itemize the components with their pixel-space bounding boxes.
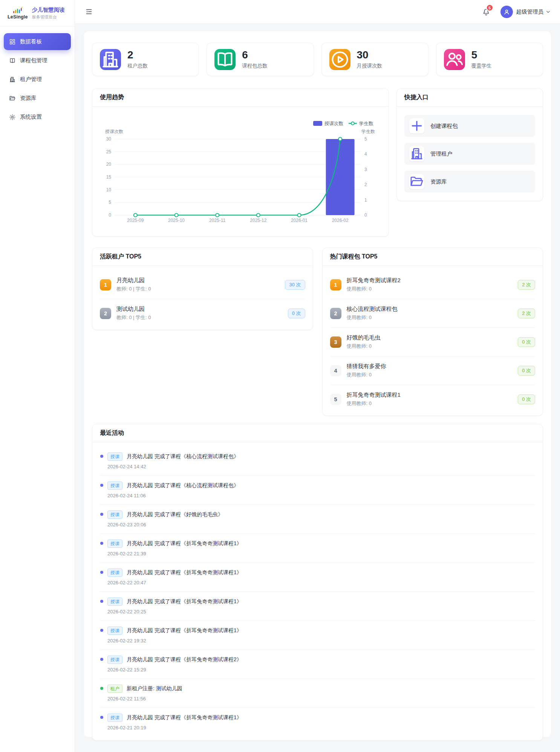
line-marker: [257, 214, 260, 217]
logo-area: LeSingle 少儿智慧阅读 服务管理后台: [0, 0, 75, 26]
rank-badge: 3: [330, 336, 341, 348]
rank-badge: 1: [100, 279, 111, 290]
activity-tag: 授课: [107, 656, 122, 664]
activity-tag: 授课: [107, 540, 122, 548]
right-axis-tick: 4: [364, 151, 367, 157]
chevron-down-icon[interactable]: [545, 9, 551, 15]
legend-label[interactable]: 学生数: [359, 121, 373, 126]
x-axis-label: 2026-01: [291, 218, 308, 223]
activity-dot-icon: [100, 629, 103, 632]
collapse-sidebar-icon[interactable]: [85, 8, 93, 16]
activity-item: 授课月亮幼儿园 完成了课程《核心流程测试课程包》2026-02-24 14:42: [100, 447, 535, 476]
activity-text: 月亮幼儿园 完成了课程《折耳兔奇奇测试课程1》: [127, 627, 242, 634]
count-badge: 0 次: [518, 366, 535, 376]
activity-tag: 授课: [107, 511, 122, 519]
activity-item: 租户新租户注册: 测试幼儿园2026-02-22 11:56: [100, 679, 535, 708]
legend-line-marker[interactable]: [351, 122, 354, 125]
right-axis-name: 学生数: [361, 129, 375, 134]
right-axis-tick: 3: [364, 167, 367, 172]
building-icon: [9, 76, 16, 83]
quick-entry-building[interactable]: 管理租户: [404, 143, 535, 165]
user-name[interactable]: 超级管理员: [516, 8, 544, 15]
item-meta: 使用教师: 0: [347, 400, 513, 407]
count-badge: 0 次: [288, 309, 305, 318]
activity-text: 月亮幼儿园 完成了课程《核心流程测试课程包》: [127, 482, 239, 489]
stats-row: 2租户总数6课程包总数30月授课次数5覆盖学生: [92, 43, 543, 76]
quick-entry-label: 管理租户: [430, 150, 452, 157]
activity-time: 2026-02-22 15:29: [107, 667, 242, 673]
sidebar-item-folder[interactable]: 资源库: [4, 90, 71, 107]
activity-dot-icon: [100, 716, 103, 719]
list-item: 2核心流程测试课程包使用教师: 02 次: [330, 299, 536, 328]
count-badge: 30 次: [285, 280, 305, 290]
activity-dot-icon: [100, 658, 103, 661]
notifications-button[interactable]: 5: [482, 7, 491, 16]
stat-card: 2租户总数: [92, 43, 199, 76]
recent-activity-list: 授课月亮幼儿园 完成了课程《核心流程测试课程包》2026-02-24 14:42…: [92, 442, 543, 740]
left-axis-name: 授课次数: [105, 129, 123, 134]
activity-text: 月亮幼儿园 完成了课程《折耳兔奇奇测试课程1》: [127, 569, 242, 576]
quick-entry-panel: 快捷入口 创建课程包管理租户资源库: [396, 88, 543, 201]
x-axis-label: 2026-02: [332, 218, 349, 223]
sidebar-item-book[interactable]: 课程包管理: [4, 52, 71, 69]
left-axis-tick: 0: [109, 212, 111, 218]
list-item: 2测试幼儿园教师: 0 | 学生: 00 次: [100, 299, 305, 327]
activity-text: 新租户注册: 测试幼儿园: [127, 685, 182, 692]
quick-entry-folder[interactable]: 资源库: [404, 171, 535, 193]
left-axis-tick: 20: [106, 162, 112, 167]
stat-card: 5覆盖学生: [436, 43, 543, 76]
stat-value: 30: [357, 49, 383, 60]
right-axis-tick: 2: [364, 182, 367, 187]
rank-badge: 2: [100, 308, 111, 319]
right-axis-tick: 0: [364, 212, 367, 218]
stat-value: 5: [471, 49, 492, 60]
play-icon: [329, 49, 350, 70]
activity-text: 月亮幼儿园 完成了课程《好饿的毛毛虫》: [127, 511, 223, 518]
activity-dot-icon: [100, 513, 103, 516]
rank-badge: 2: [330, 308, 341, 319]
activity-tag: 授课: [107, 569, 122, 577]
stat-value: 2: [127, 49, 148, 60]
sidebar-item-building[interactable]: 租户管理: [4, 71, 71, 88]
usage-bar: [326, 139, 355, 215]
activity-time: 2026-02-22 21:39: [107, 551, 242, 556]
list-item: 5折耳兔奇奇测试课程1使用教师: 00 次: [330, 385, 536, 413]
activity-tag: 授课: [107, 481, 122, 490]
count-badge: 0 次: [518, 394, 535, 404]
item-meta: 使用教师: 0: [347, 286, 513, 292]
item-name: 折耳兔奇奇测试课程1: [347, 391, 513, 399]
stat-card: 30月授课次数: [321, 43, 428, 76]
quick-entry-title: 快捷入口: [404, 93, 428, 101]
sidebar-item-dashboard[interactable]: 数据看板: [4, 33, 71, 50]
folder-icon: [409, 174, 424, 189]
sidebar-item-gear[interactable]: 系统设置: [4, 109, 71, 125]
activity-tag: 租户: [107, 685, 122, 693]
legend-label[interactable]: 授课次数: [324, 121, 344, 126]
activity-time: 2026-02-24 11:06: [107, 493, 239, 498]
quick-entry-plus[interactable]: 创建课程包: [404, 115, 535, 137]
quick-entry-list: 创建课程包管理租户资源库: [397, 107, 543, 201]
activity-item: 授课月亮幼儿园 完成了课程《折耳兔奇奇测试课程1》2026-02-22 20:4…: [100, 563, 535, 592]
activity-time: 2026-02-22 11:56: [107, 696, 182, 702]
activity-item: 授课月亮幼儿园 完成了课程《折耳兔奇奇测试课程1》2026-02-22 20:2…: [100, 592, 535, 621]
stat-label: 租户总数: [127, 63, 148, 69]
avatar[interactable]: [500, 6, 513, 18]
activity-dot-icon: [100, 687, 103, 690]
usage-trend-chart: 051015202530012345授课次数学生数2025-092025-102…: [92, 107, 389, 236]
item-name: 月亮幼儿园: [116, 277, 280, 284]
recent-activity-title: 最近活动: [100, 429, 124, 437]
usage-trend-svg: 051015202530012345授课次数学生数2025-092025-102…: [97, 110, 379, 235]
list-item: 1月亮幼儿园教师: 0 | 学生: 030 次: [100, 271, 305, 299]
activity-time: 2026-02-22 20:25: [107, 609, 242, 614]
rank-badge: 5: [330, 394, 341, 405]
quick-entry-label: 资源库: [430, 178, 447, 185]
activity-text: 月亮幼儿园 完成了课程《折耳兔奇奇测试课程2》: [127, 656, 242, 663]
building-icon: [100, 49, 121, 70]
activity-text: 月亮幼儿园 完成了课程《折耳兔奇奇测试课程1》: [127, 598, 242, 605]
right-axis-tick: 1: [364, 197, 367, 203]
x-axis-label: 2025-09: [127, 218, 144, 223]
person-icon: [503, 8, 510, 15]
legend-bar-swatch[interactable]: [313, 121, 322, 126]
stat-label: 月授课次数: [357, 63, 383, 69]
activity-text: 月亮幼儿园 完成了课程《折耳兔奇奇测试课程1》: [127, 714, 242, 721]
